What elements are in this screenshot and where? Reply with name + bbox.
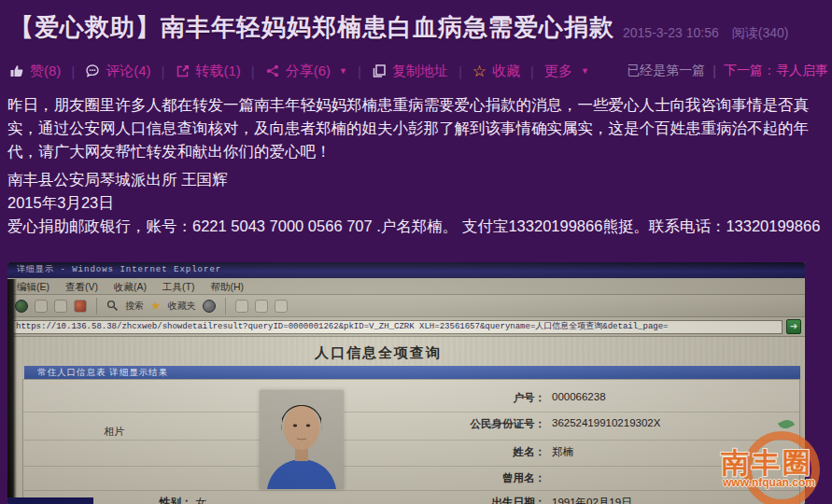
toolbar-divider: |	[458, 63, 462, 79]
query-page-title: 人口信息全项查询	[7, 344, 749, 362]
repost-icon	[176, 63, 190, 78]
action-toolbar: 赞(8) | 评论(4) | 转载(1) | 分享(6) ▼ | 复制地址 | …	[9, 56, 828, 86]
ie-window-titlebar: 详细显示 - Windows Internet Explorer	[7, 262, 805, 278]
row-divider	[23, 490, 799, 491]
toolbar-divider: |	[358, 63, 361, 79]
address-input: https://10.136.58.38/zhcxweb/showdetailr…	[11, 320, 783, 334]
menu-view: 查看(V)	[65, 281, 98, 292]
comment-icon	[85, 63, 100, 78]
field-label: 出生日期：	[340, 496, 545, 504]
search-label: 搜索	[125, 300, 144, 313]
person-info-form: 相片 户号： 000066238 公民身份证号： 36	[22, 379, 800, 504]
printer-icon	[255, 300, 268, 313]
comment-label: 评论(4)	[106, 63, 150, 80]
ie-toolbar: 搜索 ★ 收藏夹	[7, 295, 805, 317]
copy-icon	[372, 63, 387, 78]
share-dropdown-caret-icon[interactable]: ▼	[339, 66, 347, 76]
more-dropdown-caret-icon: ▼	[581, 66, 589, 76]
article-date: 2015年3月23日	[7, 191, 827, 215]
read-count: 阅读(340)	[732, 25, 789, 40]
field-label: 户号：	[340, 391, 545, 405]
favorite-label: 收藏	[492, 63, 520, 80]
copy-link-label: 复制地址	[392, 63, 448, 80]
repost-label: 转载(1)	[196, 63, 241, 80]
article-donation-info: 爱心捐助邮政银行，账号：6221 5043 7000 0566 707 .户名郑…	[7, 215, 827, 238]
gender-value: 女	[196, 497, 207, 504]
field-value: 36252419910219302X	[552, 417, 660, 428]
post-date: 2015-3-23 10:56	[623, 25, 719, 40]
field-value: 1991年02月19日	[552, 496, 632, 504]
toolbar-divider: |	[162, 63, 165, 79]
nav-divider: |	[712, 63, 716, 78]
field-value: 郑楠	[552, 445, 573, 459]
menu-tools: 工具(T)	[162, 281, 194, 292]
gender-label: 性别：	[160, 497, 192, 504]
share-icon	[265, 63, 280, 78]
next-post-link[interactable]: 下一篇：寻人启事	[724, 63, 828, 79]
field-label: 曾用名：	[340, 471, 545, 485]
ie-address-bar: https://10.136.58.38/zhcxweb/showdetailr…	[7, 317, 805, 337]
toolbar-divider: |	[251, 63, 255, 79]
search-icon	[106, 300, 119, 312]
post-meta: 2015-3-23 10:56阅读(340)	[623, 25, 801, 42]
go-arrow-icon: ➜	[786, 319, 801, 334]
toolbar-divider: |	[71, 63, 75, 79]
field-row: 姓名： 郑楠	[23, 445, 799, 462]
repost-button[interactable]: 转载(1)	[176, 63, 241, 80]
menu-favorites: 收藏(A)	[114, 281, 147, 292]
toolbar-separator	[225, 298, 226, 315]
page-icon	[35, 300, 48, 313]
share-label: 分享(6)	[286, 63, 331, 80]
share-button[interactable]: 分享(6) ▼	[265, 63, 347, 80]
row-divider	[23, 466, 799, 467]
article-paragraph: 昨日，朋友圈里许多人都在转发一篇南丰年轻妈妈郑楠患重病需要爱心捐款的消息，一些爱…	[7, 93, 827, 163]
back-icon	[15, 300, 28, 313]
menu-edit: 编辑(E)	[17, 281, 49, 292]
menu-help: 帮助(H)	[210, 281, 244, 292]
home2-icon	[235, 300, 248, 313]
attached-photo[interactable]: 详细显示 - Windows Internet Explorer 编辑(E)查看…	[7, 262, 805, 504]
star-icon: ☆	[472, 63, 487, 79]
ie-menubar: 编辑(E)查看(V)收藏(A)工具(T)帮助(H)	[7, 278, 805, 295]
field-row: 曾用名：	[23, 471, 799, 488]
page2-icon	[275, 300, 288, 313]
row-divider	[23, 440, 799, 441]
copy-link-button[interactable]: 复制地址	[372, 63, 448, 80]
field-row: 出生日期： 1991年02月19日	[23, 496, 799, 504]
stop-icon	[203, 300, 216, 313]
toolbar-separator	[96, 298, 97, 315]
favorites-star-icon: ★	[150, 300, 162, 312]
comment-button[interactable]: 评论(4)	[85, 63, 150, 80]
toolbar-divider: |	[530, 63, 534, 79]
monitor-bezel-shadow	[7, 279, 17, 504]
more-label: 更多	[544, 63, 572, 80]
home-icon	[74, 300, 87, 313]
field-label: 姓名：	[340, 445, 545, 459]
field-label: 公民身份证号：	[340, 417, 545, 431]
gender-field: 性别：女	[160, 496, 206, 504]
favorite-button[interactable]: ☆ 收藏	[472, 63, 520, 80]
photo-bottom-edge	[7, 497, 93, 504]
field-row: 户号： 000066238	[23, 391, 799, 408]
post-navigation: 已经是第一篇 | 下一篇：寻人启事	[627, 63, 828, 79]
thumbs-up-icon	[9, 63, 24, 78]
article-signature: 南丰县公安局琴城派出所 王国辉	[7, 168, 827, 191]
section-header-bar: 常住人口信息表 详细显示结果	[24, 366, 800, 379]
field-row: 公民身份证号： 36252419910219302X	[23, 417, 799, 434]
like-button[interactable]: 赞(8)	[9, 63, 61, 80]
first-post-indicator: 已经是第一篇	[627, 63, 705, 79]
row-divider	[23, 412, 799, 413]
favorites-label: 收藏夹	[168, 300, 196, 313]
field-value: 000066238	[552, 391, 606, 402]
like-label: 赞(8)	[30, 63, 61, 80]
page-title: 【爱心救助】南丰年轻妈妈郑楠患白血病急需爱心捐款	[9, 11, 616, 44]
article-body: 昨日，朋友圈里许多人都在转发一篇南丰年轻妈妈郑楠患重病需要爱心捐款的消息，一些爱…	[7, 93, 827, 238]
query-result-page: 人口信息全项查询 常住人口信息表 详细显示结果 相片	[7, 337, 805, 504]
more-button[interactable]: 更多 ▼	[544, 63, 589, 80]
page-icon	[54, 300, 67, 313]
